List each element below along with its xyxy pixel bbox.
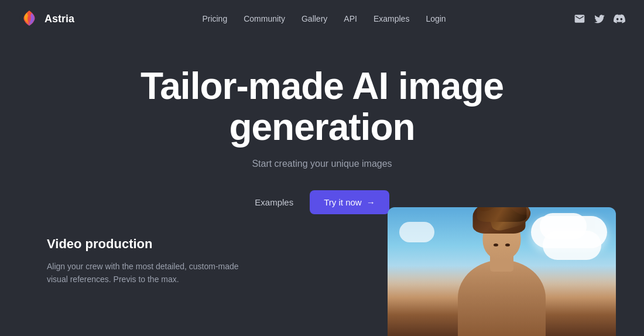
arrow-icon: → [366, 197, 375, 207]
examples-link[interactable]: Examples [255, 197, 293, 207]
hero-subtitle: Start creating your unique images [252, 159, 392, 169]
brand-name: Astria [44, 13, 74, 25]
feature-description: Align your crew with the most detailed, … [47, 260, 258, 286]
navbar: Astria Pricing Community Gallery API Exa… [0, 0, 644, 37]
nav-pricing[interactable]: Pricing [202, 14, 227, 23]
hero-section: Tailor-made AI image generation Start cr… [0, 37, 644, 214]
twitter-icon[interactable] [594, 13, 605, 25]
feature-text: Video production Align your crew with th… [0, 207, 388, 286]
email-icon[interactable] [574, 13, 585, 25]
nav-api[interactable]: API [344, 14, 357, 23]
hero-title: Tailor-made AI image generation [70, 66, 574, 148]
nav-gallery[interactable]: Gallery [302, 14, 327, 23]
bottom-section: Video production Align your crew with th… [0, 207, 644, 336]
feature-heading: Video production [47, 236, 359, 252]
try-button-label: Try it now [324, 197, 361, 207]
discord-icon[interactable] [614, 13, 625, 25]
nav-links: Pricing Community Gallery API Examples L… [202, 14, 446, 23]
nav-examples[interactable]: Examples [374, 14, 409, 23]
nav-login[interactable]: Login [426, 14, 446, 23]
nav-social-icons [574, 13, 625, 25]
logo-icon [19, 8, 40, 29]
feature-image [388, 207, 616, 336]
nav-community[interactable]: Community [244, 14, 285, 23]
logo[interactable]: Astria [19, 8, 74, 29]
